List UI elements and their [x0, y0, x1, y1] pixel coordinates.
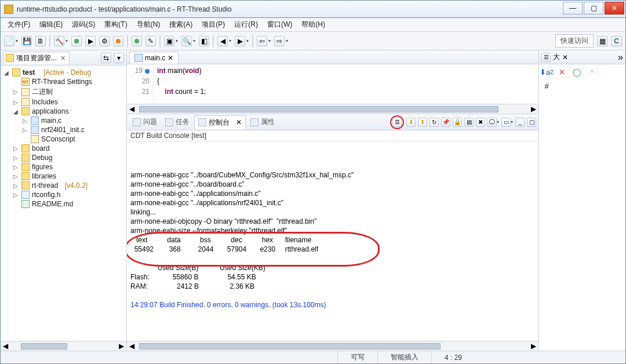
filter-icon[interactable]: ✕ [556, 67, 567, 77]
menu-project[interactable]: 项目(P) [198, 19, 228, 31]
back-nav-icon[interactable]: ⇦ [257, 36, 267, 46]
expand-icon[interactable]: ▷ [12, 145, 19, 152]
build-icon[interactable]: 🔨 [54, 36, 64, 46]
erase-icon[interactable]: ✎ [145, 36, 156, 46]
new-icon[interactable]: 📄 [4, 36, 14, 46]
code-content[interactable]: int main(void){ int count = 1; [154, 64, 538, 104]
toggle-icon[interactable]: ◧ [199, 36, 209, 46]
expand-icon[interactable]: ▷ [12, 163, 19, 170]
clear-icon[interactable]: ▤ [464, 118, 474, 127]
dropdown-icon[interactable]: ▾ [229, 38, 231, 43]
sort-icon[interactable]: ⬇az [541, 67, 552, 77]
dropdown-icon[interactable]: ▾ [65, 38, 68, 43]
minimize-button[interactable]: — [563, 2, 583, 14]
tab-tasks[interactable]: 任务 [162, 115, 193, 129]
dropdown-icon[interactable]: ▾ [16, 38, 18, 43]
tab-console[interactable]: 控制台 ✕ [194, 115, 246, 129]
quick-access[interactable]: 快速访问 [555, 34, 594, 48]
menu-refactor[interactable]: 重构(T) [101, 19, 130, 31]
terminal-icon[interactable]: ▣ [164, 36, 174, 46]
editor-tab-main[interactable]: main.c ✕ [129, 52, 179, 64]
close-button[interactable]: ✕ [605, 2, 624, 14]
expand-icon[interactable]: ▷ [21, 126, 28, 133]
maximize-view-icon[interactable]: ▢ [527, 118, 536, 127]
menu-search[interactable]: 搜索(A) [166, 19, 196, 31]
menu-navigate[interactable]: 导航(N) [133, 19, 164, 31]
tree-libraries[interactable]: ▷libraries [2, 172, 125, 181]
minimize-view-icon[interactable]: _ [515, 118, 525, 127]
refresh-icon[interactable]: ↻ [430, 118, 439, 127]
prev-error-icon[interactable]: ⬆ [418, 118, 427, 127]
tree-main-c[interactable]: ▷main.c [2, 116, 125, 125]
tree-debug[interactable]: ▷Debug [2, 153, 125, 162]
dropdown-icon[interactable]: ▾ [268, 38, 271, 43]
search-icon[interactable]: 🔍 [181, 36, 192, 46]
back-icon[interactable]: ◀ [217, 36, 228, 46]
tree-rtconfig[interactable]: ▷rtconfig.h [2, 190, 125, 199]
view-menu-icon[interactable]: ▾ [114, 53, 124, 63]
scroll-thumb[interactable] [139, 343, 441, 350]
breakpoint-icon[interactable] [145, 69, 150, 74]
save-icon[interactable]: 💾 [21, 36, 32, 46]
flash-icon[interactable] [132, 36, 142, 46]
tree-project-root[interactable]: ◢test [Active - Debug [2, 68, 125, 77]
tree-hscrollbar[interactable]: ◀▶ [1, 341, 126, 351]
tree-applications[interactable]: ◢applications [2, 107, 125, 116]
tree-rt-settings[interactable]: RTRT-Thread Settings [2, 77, 125, 86]
gear-icon[interactable]: ⚙ [99, 36, 110, 46]
perspective-open-icon[interactable]: ▦ [597, 36, 607, 46]
open-console-icon[interactable]: ▭ [501, 118, 511, 127]
project-explorer-tab[interactable]: 项目资源管... ✕ [3, 52, 70, 64]
tree-board[interactable]: ▷board [2, 144, 125, 153]
dropdown-icon[interactable]: ▾ [176, 38, 178, 43]
display-icon[interactable]: 🖵 [487, 118, 497, 127]
hash-icon[interactable]: # [541, 81, 552, 91]
project-tree[interactable]: ◢test [Active - Debug RTRT-Thread Settin… [1, 65, 126, 341]
tree-binaries[interactable]: ▷二进制 [2, 86, 125, 97]
more-icon[interactable]: » [618, 52, 623, 63]
dropdown-icon[interactable]: ▾ [193, 38, 195, 43]
tab-problems[interactable]: 问题 [129, 115, 161, 129]
lock-icon[interactable]: 🔒 [453, 118, 462, 127]
dropdown-icon[interactable]: ▾ [511, 119, 513, 125]
menu-window[interactable]: 窗口(W) [264, 19, 296, 31]
menu-edit[interactable]: 编辑(E) [36, 19, 66, 31]
hide-icon[interactable]: ◯ [572, 67, 582, 77]
run-icon[interactable]: ▶ [85, 36, 96, 46]
expand-icon[interactable]: ◢ [12, 108, 19, 115]
expand-icon[interactable]: ▷ [21, 117, 28, 124]
menu-source[interactable]: 源码(S) [68, 19, 99, 31]
perspective-c[interactable]: C [611, 36, 622, 46]
menu-file[interactable]: 文件(F) [4, 19, 34, 31]
console-output[interactable]: arm-none-eabi-gcc "../board/CubeMX_Confi… [127, 141, 538, 341]
save-all-icon[interactable]: 🗎 [35, 36, 46, 46]
bug-icon[interactable] [113, 36, 123, 46]
forward-icon[interactable]: ▶ [235, 36, 245, 46]
scroll-thumb[interactable] [21, 343, 67, 350]
expand-icon[interactable]: ▷ [12, 154, 19, 161]
menu-run[interactable]: 运行(R) [231, 19, 261, 31]
close-tab-icon[interactable]: ✕ [236, 118, 242, 126]
tab-properties[interactable]: 属性 [247, 115, 278, 129]
collapse-all-icon[interactable]: ⇆ [101, 53, 111, 63]
close-tab-icon[interactable]: ✕ [168, 54, 173, 62]
dropdown-icon[interactable]: ▾ [497, 119, 499, 125]
scroll-thumb[interactable] [139, 106, 498, 112]
expand-icon[interactable]: ▷ [12, 182, 19, 189]
close-tab-icon[interactable]: ✕ [59, 54, 67, 62]
code-editor[interactable]: 192021 int main(void){ int count = 1; [127, 64, 538, 104]
expand-icon[interactable]: ▷ [12, 191, 19, 198]
remove-icon[interactable]: ✖ [476, 118, 485, 127]
tree-includes[interactable]: ▷Includes [2, 97, 125, 107]
editor-hscrollbar[interactable]: ◀▶ [127, 104, 538, 114]
debug-icon[interactable] [71, 36, 82, 46]
tree-figures[interactable]: ▷figures [2, 162, 125, 172]
link-icon[interactable]: ˢ [587, 67, 597, 77]
pin-icon[interactable]: 📌 [441, 118, 450, 127]
forward-nav-icon[interactable]: ⇨ [274, 36, 285, 46]
menu-help[interactable]: 帮助(H) [298, 19, 329, 31]
tree-nrf-c[interactable]: ▷nrf24l01_init.c [2, 125, 125, 134]
next-error-icon[interactable]: ⬇ [406, 118, 416, 127]
tree-sconscript[interactable]: SConscript [2, 134, 125, 144]
scroll-lock-icon[interactable]: ☰ [392, 118, 402, 127]
